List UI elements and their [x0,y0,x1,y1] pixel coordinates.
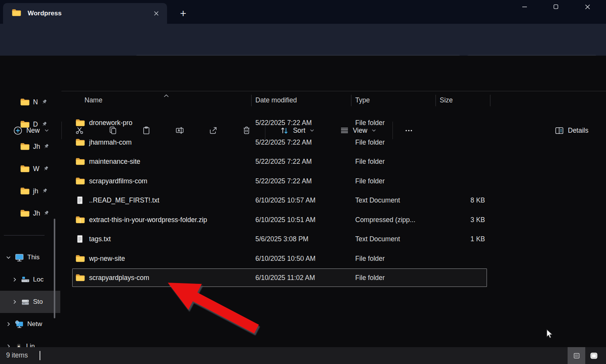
pin-icon [43,166,49,172]
sidebar-pinned-folder[interactable]: W [0,158,61,180]
status-divider [40,351,40,360]
file-name: ..READ_ME_FIRST!.txt [89,196,159,204]
pin-icon [41,121,47,127]
file-name: tags.txt [89,235,111,243]
chevron-right-icon [12,277,18,283]
sidebar-item-label: Sto [33,298,43,306]
table-row[interactable]: tags.txt5/6/2025 3:08 PMText Document1 K… [61,229,606,249]
text-file-icon [75,234,84,244]
folder-icon [75,137,85,147]
file-date-modified: 6/10/2025 10:57 AM [255,196,316,204]
column-header-type[interactable]: Type [355,96,370,104]
column-header-name[interactable]: Name [84,96,103,104]
file-type: File folder [355,254,385,262]
pin-icon [41,188,48,194]
file-date-modified: 5/6/2025 3:08 PM [255,235,308,243]
sidebar-pinned-folder[interactable]: D [0,113,61,135]
sidebar-item-this[interactable]: This [0,246,61,268]
text-file-icon [75,196,84,205]
file-type: File folder [355,158,385,166]
sidebar-pinned-folder[interactable]: Jh [0,135,61,158]
network-icon [15,320,24,329]
sidebar-item-label: Netw [27,320,42,328]
status-bar: 9 items [0,347,606,364]
table-row[interactable]: ..READ_ME_FIRST!.txt6/10/2025 10:57 AMTe… [61,191,606,210]
table-row[interactable]: wp-new-site6/10/2025 10:50 AMFile folder [61,249,606,268]
file-name: jhammah-com [89,138,132,146]
sidebar-item-label: D [33,120,38,128]
details-view-toggle[interactable] [568,347,585,364]
column-header-size[interactable]: Size [440,96,453,104]
maximize-icon [553,4,559,12]
tab-strip: Wordpress + [0,0,606,24]
table-row[interactable]: maintenance-site5/22/2025 7:22 AMFile fo… [61,152,606,171]
pin-icon [43,143,49,150]
file-date-modified: 6/10/2025 11:02 AM [255,274,315,282]
sidebar-item-label: W [33,165,40,173]
sidebar-item-label: Loc [33,276,43,283]
column-divider[interactable] [351,95,351,106]
sidebar-item-label: Jh [33,143,40,151]
table-row[interactable]: scrapyardfilms-com5/22/2025 7:22 AMFile … [61,171,606,191]
table-row[interactable]: extract-this-in-your-wordpress-folder.zi… [61,210,606,230]
file-name: wp-new-site [89,254,125,262]
folder-icon [12,8,22,20]
column-divider[interactable] [435,95,436,106]
this-pc-icon [15,253,24,262]
zip-folder-icon [75,215,85,225]
sidebar-pinned-folder[interactable]: N [0,91,61,113]
sidebar-item-label: jh [33,187,38,195]
tab-close-icon[interactable] [150,7,162,20]
sidebar-item-label: Lin [26,343,35,347]
file-date-modified: 6/10/2025 10:50 AM [255,254,316,262]
sidebar-item-loc[interactable]: Loc [0,268,61,291]
close-icon [584,4,591,12]
thumbnail-view-toggle[interactable] [586,347,601,364]
folder-icon [20,119,30,129]
sidebar-divider [4,235,45,236]
table-row[interactable]: dronework-pro5/22/2025 7:22 AMFile folde… [61,113,606,133]
file-size: 3 KB [440,216,485,224]
sidebar-item-netw[interactable]: Netw [0,313,61,335]
file-list: Name Date modified Type Size dronework-p… [61,91,606,347]
folder-icon [75,273,85,283]
sidebar-item-label: This [27,254,40,261]
sidebar-scrollbar[interactable] [54,219,55,318]
storage-drive-icon [21,297,30,306]
file-name: scrapyardplays-com [89,274,149,282]
column-divider[interactable] [490,95,490,106]
table-row[interactable]: jhammah-com5/22/2025 7:22 AMFile folder [61,133,606,152]
folder-icon [20,186,30,196]
sidebar-item-label: N [33,98,38,106]
folder-icon [20,97,30,107]
table-row[interactable]: scrapyardplays-com6/10/2025 11:02 AMFile… [61,268,606,288]
window-minimize-button[interactable] [514,0,535,15]
navigation-bar: Storage space (S:)DataWordpress Search W… [0,24,606,56]
linux-icon [15,342,23,347]
file-type: File folder [355,274,385,282]
sidebar-pinned-folder[interactable]: Jh [0,202,61,224]
new-tab-button[interactable]: + [175,6,191,21]
local-disk-icon [21,275,30,284]
file-type: Compressed (zipp... [355,216,416,224]
column-header-date-modified[interactable]: Date modified [255,96,297,104]
folder-icon [20,164,30,174]
sidebar-item-lin[interactable]: Lin [0,335,61,347]
chevron-right-icon [5,321,12,327]
window-close-button[interactable] [577,0,598,15]
explorer-tab[interactable]: Wordpress [3,3,167,24]
column-divider[interactable] [251,95,252,106]
folder-icon [75,176,85,186]
details-view-icon [573,352,580,359]
sidebar-item-sto[interactable]: Sto [0,291,60,313]
pin-icon [41,99,47,105]
file-type: File folder [355,138,385,146]
window-maximize-button[interactable] [545,0,566,15]
sidebar-pinned-folder[interactable]: jh [0,180,61,202]
file-size: 1 KB [440,235,485,243]
command-toolbar: New Sort View Details [0,56,606,91]
file-name: scrapyardfilms-com [89,177,147,185]
sidebar: NDJhWjhJh ThisLocStoNetwLin [0,91,61,347]
folder-icon [75,118,85,128]
file-type: File folder [355,177,385,185]
